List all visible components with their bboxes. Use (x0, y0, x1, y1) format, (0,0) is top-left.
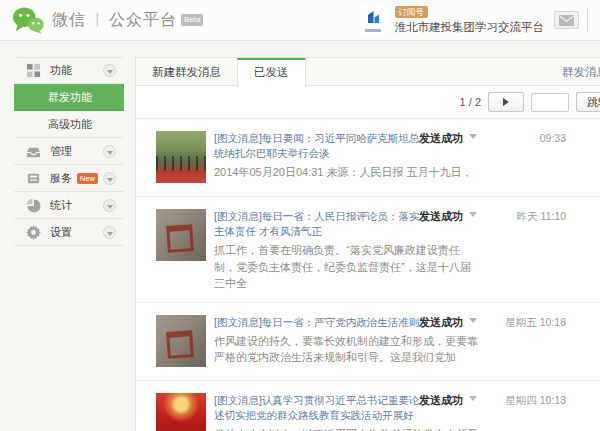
message-row: [图文消息]每日一省：人民日报评论员：落实主体责任 才有风清气正 抓工作，首要在… (136, 197, 600, 303)
header-divider (587, 9, 588, 31)
tab-sent[interactable]: 已发送 (237, 58, 306, 87)
sidebar-nav: 功能 群发功能 高级功能 管理 服务 New (14, 57, 124, 246)
chevron-down-icon (469, 318, 477, 327)
brand-name: 微信 (52, 10, 86, 31)
message-thumbnail-ceremony-photo (156, 131, 206, 183)
message-status-dropdown[interactable]: 发送成功 (419, 393, 477, 408)
grid-icon (26, 63, 41, 78)
message-time: 星期五 10:18 (505, 316, 566, 330)
gear-icon (26, 225, 41, 240)
chevron-down-icon[interactable] (103, 145, 116, 158)
sidebar-item-label: 高级功能 (48, 118, 92, 130)
pagination-toolbar: 1 / 2 跳转 (136, 86, 600, 119)
sidebar-item-label: 统计 (50, 198, 72, 213)
tab-bar: 新建群发消息 已发送 群发消息规则说明 (136, 58, 600, 86)
message-description: 2014年05月20日04:31 来源：人民日报 五月十九日， (214, 164, 479, 181)
sidebar-item-broadcast[interactable]: 群发功能 (14, 84, 124, 111)
status-label: 发送成功 (419, 316, 463, 328)
wechat-bubbles-icon (12, 6, 44, 34)
sidebar-item-label: 管理 (50, 144, 72, 159)
message-thumbnail-stone-photo (156, 315, 206, 367)
brand-divider: 丨 (90, 11, 105, 30)
message-title-link[interactable]: [图文消息]每日要闻：习近平同哈萨克斯坦总统纳扎尔巴耶夫举行会谈 (214, 131, 426, 161)
message-description: 抓工作，首要在明确负责。“落实党风廉政建设责任制，党委负主体责任，纪委负监督责任… (214, 242, 479, 292)
chevron-down-icon[interactable] (103, 172, 116, 185)
account-name: 淮北市建投集团学习交流平台 (395, 20, 545, 35)
sidebar-item-statistics[interactable]: 统计 (14, 192, 124, 219)
message-content: [图文消息]每日一省：严守党内政治生活准则 作风建设的持久，要靠长效机制的建立和… (214, 315, 426, 370)
message-title-link[interactable]: [图文消息]每日一省：严守党内政治生活准则 (214, 315, 426, 330)
new-badge: New (77, 173, 98, 184)
pie-chart-icon (26, 198, 41, 213)
message-description: 作风建设的持久，要靠长效机制的建立和形成，更要靠严格的党内政治生活来规制和引导。… (214, 333, 479, 366)
message-time: 星期四 10:13 (505, 394, 566, 408)
message-thumbnail-poster-photo (156, 393, 206, 431)
next-page-button[interactable] (488, 92, 524, 112)
cabinet-icon (26, 171, 41, 186)
messages-button[interactable] (554, 11, 579, 29)
message-title-link[interactable]: [图文消息]每日一省：人民日报评论员：落实主体责任 才有风清气正 (214, 209, 426, 239)
message-content: [图文消息]每日要闻：习近平同哈萨克斯坦总统纳扎尔巴耶夫举行会谈 2014年05… (214, 131, 426, 186)
message-row: [图文消息]认真学习贯彻习近平总书记重要论述切实把党的群众路线教育实践活动开展好… (136, 381, 600, 431)
chevron-down-icon (469, 396, 477, 405)
chevron-down-icon (469, 134, 477, 143)
message-title-link[interactable]: [图文消息]认真学习贯彻习近平总书记重要论述切实把党的群众路线教育实践活动开展好 (214, 393, 426, 423)
sent-message-list: [图文消息]每日要闻：习近平同哈萨克斯坦总统纳扎尔巴耶夫举行会谈 2014年05… (136, 119, 600, 431)
message-thumbnail-stone-photo (156, 209, 206, 261)
sidebar-item-settings[interactable]: 设置 (14, 219, 124, 246)
account-avatar (359, 4, 387, 36)
sidebar-item-label: 功能 (50, 63, 72, 78)
header-account-area: 订阅号 淮北市建投集团学习交流平台 (359, 4, 589, 36)
sidebar-item-label: 服务 (50, 171, 72, 186)
sidebar-item-features[interactable]: 功能 (14, 57, 124, 84)
page-jump-button[interactable]: 跳转 (576, 92, 600, 112)
sidebar-item-manage[interactable]: 管理 (14, 138, 124, 165)
sidebar-item-advanced[interactable]: 高级功能 (14, 111, 124, 138)
company-logo-icon (363, 8, 383, 28)
message-time: 09:33 (540, 132, 566, 144)
tab-new-broadcast[interactable]: 新建群发消息 (136, 58, 237, 86)
message-description: 党的十八大以来，以习近平同志为总书记的党中央领导全党深入开展以为民务实清廉为主要… (214, 426, 479, 431)
beta-badge: Beta (181, 14, 203, 26)
status-label: 发送成功 (419, 132, 463, 144)
message-content: [图文消息]每日一省：人民日报评论员：落实主体责任 才有风清气正 抓工作，首要在… (214, 209, 426, 292)
broadcast-rules-link[interactable]: 群发消息规则说明 (552, 58, 600, 85)
account-type-badge: 订阅号 (395, 6, 429, 18)
message-row: [图文消息]每日要闻：习近平同哈萨克斯坦总统纳扎尔巴耶夫举行会谈 2014年05… (136, 119, 600, 197)
message-status-dropdown[interactable]: 发送成功 (419, 131, 477, 146)
caret-right-icon (503, 98, 513, 106)
page-jump-input[interactable] (531, 93, 569, 112)
message-status-dropdown[interactable]: 发送成功 (419, 315, 477, 330)
message-time: 昨天 11:10 (517, 210, 566, 224)
sidebar-item-label: 群发功能 (48, 91, 92, 103)
chevron-down-icon[interactable] (103, 226, 116, 239)
main-panel: 新建群发消息 已发送 群发消息规则说明 1 / 2 跳转 [图文消息]每日要闻：… (135, 57, 600, 431)
product-name: 公众平台 (109, 10, 177, 31)
status-label: 发送成功 (419, 210, 463, 222)
message-row: [图文消息]每日一省：严守党内政治生活准则 作风建设的持久，要靠长效机制的建立和… (136, 303, 600, 381)
sidebar-item-label: 设置 (50, 225, 72, 240)
envelope-icon (559, 15, 574, 26)
message-status-dropdown[interactable]: 发送成功 (419, 209, 477, 224)
chevron-down-icon (469, 212, 477, 221)
tray-icon (26, 144, 41, 159)
top-header: 微信 丨 公众平台 Beta 订阅号 淮北市建投集团学习交流平台 (0, 0, 600, 41)
chevron-down-icon[interactable] (103, 64, 116, 77)
message-content: [图文消息]认真学习贯彻习近平总书记重要论述切实把党的群众路线教育实践活动开展好… (214, 393, 426, 431)
wechat-logo: 微信 丨 公众平台 Beta (12, 6, 203, 34)
chevron-down-icon[interactable] (103, 199, 116, 212)
status-label: 发送成功 (419, 394, 463, 406)
sidebar-item-service[interactable]: 服务 New (14, 165, 124, 192)
page-indicator: 1 / 2 (460, 96, 481, 108)
account-info: 订阅号 淮北市建投集团学习交流平台 (395, 6, 545, 35)
